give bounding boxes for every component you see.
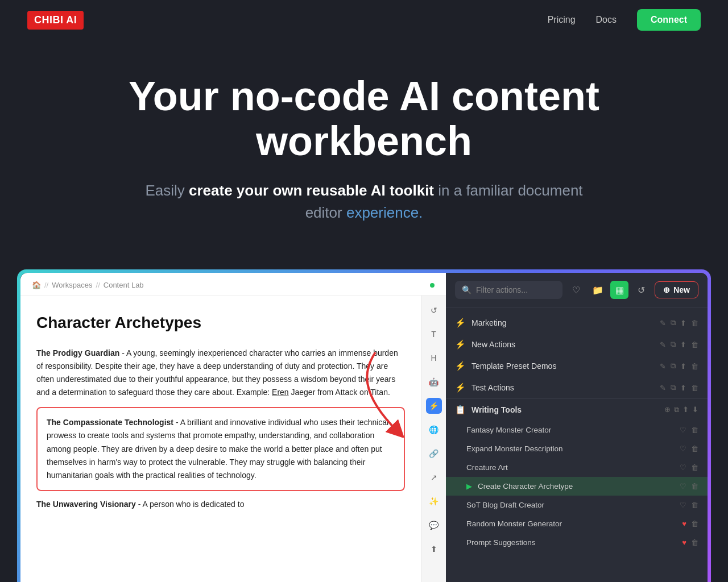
upload-icon[interactable]: ⬆: [426, 541, 442, 557]
template-tools: ✎ ⧉ ⬆ 🗑: [660, 361, 698, 371]
action-group-template-preset[interactable]: ⚡ Template Preset Demos ✎ ⧉ ⬆ 🗑: [446, 355, 708, 377]
breadcrumb-content-lab[interactable]: Content Lab: [104, 281, 144, 289]
action-group-marketing[interactable]: ⚡ Marketing ✎ ⧉ ⬆ 🗑: [446, 312, 708, 334]
new-button[interactable]: ⊕ New: [655, 281, 698, 298]
writing-tools-header[interactable]: 📋 Writing Tools ⊕ ⧉ ⬆ ⬇: [446, 398, 708, 421]
marketing-tools: ✎ ⧉ ⬆ 🗑: [660, 318, 698, 327]
doc-paragraph-1: The Prodigy Guardian - A young, seemingl…: [36, 347, 405, 399]
heart-filter-icon[interactable]: ♡: [567, 281, 585, 299]
doc-title: Character Archetypes: [36, 309, 405, 336]
sub-action-expand-monster[interactable]: Expand Monster Description ♡ 🗑: [446, 439, 708, 458]
writing-tools-actions: ⊕ ⧉ ⬆ ⬇: [664, 405, 698, 414]
add-icon[interactable]: ⊕: [664, 405, 671, 414]
nav-docs[interactable]: Docs: [596, 15, 617, 25]
cube-icon[interactable]: ⧉: [674, 405, 679, 414]
test-actions-tools: ✎ ⧉ ⬆ 🗑: [660, 383, 698, 392]
layout-icon[interactable]: ▦: [610, 281, 628, 299]
header-icons: ♡ 📁 ▦ ↺: [567, 281, 650, 299]
heart-random[interactable]: ♥: [682, 519, 686, 528]
refresh-icon[interactable]: ↺: [632, 281, 650, 299]
hero-section: Your no-code AI content workbench Easily…: [0, 40, 728, 247]
copy-icon[interactable]: ⧉: [671, 318, 676, 327]
heart-fantasy[interactable]: ♡: [680, 426, 686, 434]
doc-icon-bar: ↺ T H 🤖 ⚡ 🌐 🔗 ↗ ✨ 💬 ⬆: [421, 296, 446, 582]
export-icon[interactable]: ⬆: [680, 340, 686, 349]
writing-tools-icon: 📋: [455, 405, 466, 415]
chat-icon[interactable]: 💬: [426, 517, 442, 533]
demo-container: 🏠 // Workspaces // Content Lab Character…: [17, 269, 711, 582]
trash-icon[interactable]: 🗑: [691, 340, 698, 349]
heart-prompt[interactable]: ♥: [682, 538, 686, 547]
action-group-new-actions[interactable]: ⚡ New Actions ✎ ⧉ ⬆ 🗑: [446, 334, 708, 355]
action-group-test-actions[interactable]: ⚡ Test Actions ✎ ⧉ ⬆ 🗑: [446, 377, 708, 398]
group-icon: ⚡: [455, 339, 466, 350]
sub-action-sot-blog[interactable]: SoT Blog Draft Creator ♡ 🗑: [446, 496, 708, 514]
search-box[interactable]: 🔍 Filter actions...: [455, 281, 562, 299]
sub-action-fantasy-monster[interactable]: Fantasy Monster Creator ♡ 🗑: [446, 421, 708, 439]
edit-icon[interactable]: ✎: [660, 384, 666, 392]
folder-icon[interactable]: 📁: [589, 281, 607, 299]
robot-icon[interactable]: 🤖: [426, 374, 442, 390]
heading-icon[interactable]: H: [426, 350, 442, 366]
actions-header: 🔍 Filter actions... ♡ 📁 ▦ ↺ ⊕ New: [446, 273, 708, 307]
trash-expand[interactable]: 🗑: [691, 444, 698, 453]
edit-icon[interactable]: ✎: [660, 319, 666, 327]
status-dot: [430, 283, 435, 288]
new-actions-tools: ✎ ⧉ ⬆ 🗑: [660, 340, 698, 349]
heart-expand[interactable]: ♡: [680, 444, 686, 453]
doc-paragraph-ending: The Unwavering Visionary - A person who …: [36, 498, 405, 511]
export-icon[interactable]: ⬆: [680, 319, 686, 327]
sub-action-prompt-suggestions[interactable]: Prompt Suggestions ♥ 🗑: [446, 533, 708, 552]
trash-prompt[interactable]: 🗑: [691, 538, 698, 547]
document-panel: 🏠 // Workspaces // Content Lab Character…: [20, 273, 446, 582]
sub-action-create-character[interactable]: ▶ Create Character Archetype ♡ 🗑: [446, 477, 708, 496]
play-icon: ▶: [466, 482, 472, 490]
text-icon[interactable]: T: [426, 326, 442, 342]
group-icon: ⚡: [455, 318, 466, 328]
home-icon: 🏠: [32, 281, 41, 289]
heart-sot[interactable]: ♡: [680, 501, 686, 509]
heart-character[interactable]: ♡: [680, 482, 686, 490]
sub-action-creature-art[interactable]: Creature Art ♡ 🗑: [446, 458, 708, 477]
trash-icon[interactable]: 🗑: [691, 362, 698, 371]
group-icon: ⚡: [455, 361, 466, 371]
export-wt-icon[interactable]: ⬆: [682, 405, 689, 414]
edit-icon[interactable]: ✎: [660, 340, 666, 349]
link-icon[interactable]: 🔗: [426, 446, 442, 462]
connect-button[interactable]: Connect: [637, 9, 701, 31]
trash-sot[interactable]: 🗑: [691, 501, 698, 509]
demo-inner: 🏠 // Workspaces // Content Lab Character…: [20, 273, 708, 582]
highlight-box: The Compassionate Technologist - A brill…: [36, 407, 405, 490]
copy-icon[interactable]: ⧉: [671, 361, 676, 371]
trash-character[interactable]: 🗑: [691, 482, 698, 490]
lightning-icon[interactable]: ⚡: [426, 398, 442, 414]
share-icon[interactable]: ↗: [426, 469, 442, 485]
trash-icon[interactable]: 🗑: [691, 384, 698, 392]
download-icon[interactable]: ⬇: [692, 405, 698, 414]
edit-icon[interactable]: ✎: [660, 362, 666, 371]
nav-pricing[interactable]: Pricing: [548, 15, 576, 25]
trash-random[interactable]: 🗑: [691, 519, 698, 528]
actions-panel: 🔍 Filter actions... ♡ 📁 ▦ ↺ ⊕ New ⚡: [446, 273, 708, 582]
logo[interactable]: CHIBI AI: [27, 11, 84, 30]
heart-creature[interactable]: ♡: [680, 463, 686, 472]
actions-list: ⚡ Marketing ✎ ⧉ ⬆ 🗑 ⚡ New Actions ✎ ⧉: [446, 307, 708, 582]
plus-icon: ⊕: [663, 285, 670, 294]
doc-content-wrapper: Character Archetypes The Prodigy Guardia…: [20, 296, 446, 582]
magic-icon[interactable]: ✨: [426, 493, 442, 509]
trash-creature[interactable]: 🗑: [691, 463, 698, 472]
rotate-icon[interactable]: ↺: [426, 302, 442, 318]
header: CHIBI AI Pricing Docs Connect: [0, 0, 728, 40]
breadcrumb: 🏠 // Workspaces // Content Lab: [20, 273, 446, 296]
globe-icon[interactable]: 🌐: [426, 422, 442, 438]
breadcrumb-workspaces[interactable]: Workspaces: [52, 281, 92, 289]
doc-content: Character Archetypes The Prodigy Guardia…: [20, 296, 421, 582]
trash-fantasy[interactable]: 🗑: [691, 426, 698, 434]
export-icon[interactable]: ⬆: [680, 362, 686, 371]
sub-action-random-monster[interactable]: Random Monster Generator ♥ 🗑: [446, 514, 708, 533]
trash-icon[interactable]: 🗑: [691, 319, 698, 327]
copy-icon[interactable]: ⧉: [671, 340, 676, 349]
copy-icon[interactable]: ⧉: [671, 383, 676, 392]
export-icon[interactable]: ⬆: [680, 384, 686, 392]
search-input[interactable]: Filter actions...: [476, 285, 556, 294]
